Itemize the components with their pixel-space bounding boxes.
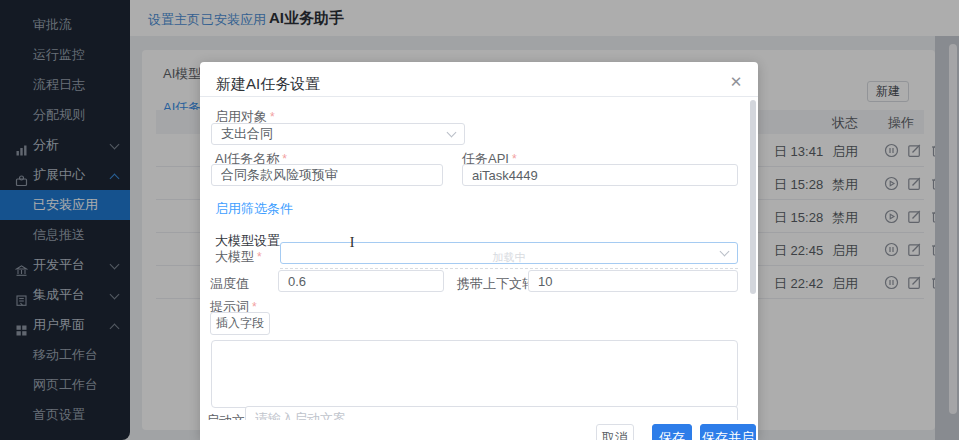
model-label: 大模型 <box>215 248 262 266</box>
task-api-input[interactable] <box>462 164 738 186</box>
model-loading-text: 加载中 <box>281 247 737 267</box>
text-cursor: I <box>347 236 357 250</box>
prompt-textarea[interactable] <box>211 340 738 408</box>
new-ai-task-dialog: 新建AI任务设置 ✕ 启用对象 支出合同 AI任务名称 任务API 启用筛选条件… <box>200 62 758 440</box>
chevron-down-icon <box>447 128 457 138</box>
temperature-input[interactable] <box>278 270 444 292</box>
insert-field-button[interactable]: 插入字段 <box>210 312 270 335</box>
task-name-input[interactable] <box>211 164 443 186</box>
cancel-button[interactable]: 取消 <box>596 424 634 440</box>
enable-object-select[interactable]: 支出合同 <box>211 123 465 145</box>
enable-filter-link[interactable]: 启用筛选条件 <box>215 200 293 218</box>
save-button[interactable]: 保存 <box>652 424 692 440</box>
dialog-scrollbar[interactable] <box>750 100 756 294</box>
dropdown-divider <box>280 268 738 269</box>
dialog-title: 新建AI任务设置 <box>216 75 320 94</box>
dialog-header-divider <box>200 96 758 97</box>
close-icon[interactable]: ✕ <box>728 74 744 90</box>
context-rounds-input[interactable] <box>528 270 738 292</box>
enable-object-value: 支出合同 <box>221 126 273 141</box>
app-screen: 设置主页 › 已安装应用 › AI业务助手 AI模型 AI任务 新建 状态 操作… <box>0 0 959 440</box>
temperature-label: 温度值 <box>210 275 249 293</box>
save-and-enable-button[interactable]: 保存并启用 <box>700 424 756 440</box>
dialog-footer: 取消 保存 保存并启用 <box>200 420 758 440</box>
